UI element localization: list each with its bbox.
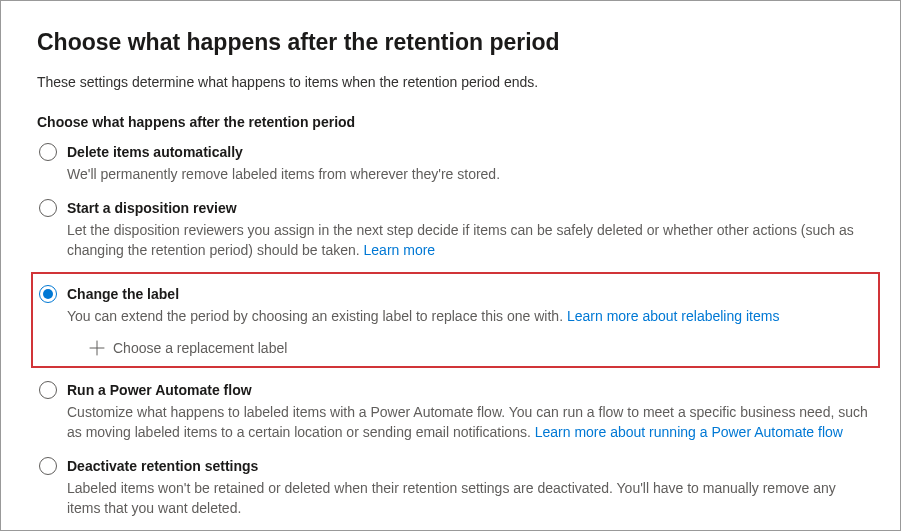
option-title: Run a Power Automate flow <box>67 380 870 400</box>
option-body: Delete items automatically We'll permane… <box>67 142 870 184</box>
option-delete-automatically[interactable]: Delete items automatically We'll permane… <box>37 142 870 184</box>
option-power-automate[interactable]: Run a Power Automate flow Customize what… <box>37 380 870 442</box>
radio-disposition-review[interactable] <box>39 199 57 217</box>
option-desc-text: You can extend the period by choosing an… <box>67 308 567 324</box>
option-desc: Customize what happens to labeled items … <box>67 402 870 442</box>
radio-deactivate[interactable] <box>39 457 57 475</box>
radio-power-automate[interactable] <box>39 381 57 399</box>
learn-more-disposition-link[interactable]: Learn more <box>364 242 436 258</box>
section-label: Choose what happens after the retention … <box>37 114 870 130</box>
option-title: Deactivate retention settings <box>67 456 870 476</box>
option-body: Change the label You can extend the peri… <box>67 284 870 356</box>
option-title: Change the label <box>67 284 870 304</box>
retention-period-panel: Choose what happens after the retention … <box>0 0 901 531</box>
option-desc-text: Let the disposition reviewers you assign… <box>67 222 854 258</box>
option-desc: Let the disposition reviewers you assign… <box>67 220 870 260</box>
choose-replacement-label: Choose a replacement label <box>113 340 287 356</box>
option-title: Start a disposition review <box>67 198 870 218</box>
option-deactivate[interactable]: Deactivate retention settings Labeled it… <box>37 456 870 518</box>
option-disposition-review[interactable]: Start a disposition review Let the dispo… <box>37 198 870 260</box>
option-body: Start a disposition review Let the dispo… <box>67 198 870 260</box>
option-title: Delete items automatically <box>67 142 870 162</box>
radio-change-label[interactable] <box>39 285 57 303</box>
option-desc: Labeled items won't be retained or delet… <box>67 478 870 518</box>
option-change-label[interactable]: Change the label You can extend the peri… <box>31 272 880 368</box>
learn-more-power-automate-link[interactable]: Learn more about running a Power Automat… <box>535 424 843 440</box>
option-desc: You can extend the period by choosing an… <box>67 306 870 326</box>
plus-icon <box>89 340 105 356</box>
option-desc: We'll permanently remove labeled items f… <box>67 164 870 184</box>
radio-delete-automatically[interactable] <box>39 143 57 161</box>
option-body: Deactivate retention settings Labeled it… <box>67 456 870 518</box>
learn-more-relabeling-link[interactable]: Learn more about relabeling items <box>567 308 779 324</box>
page-title: Choose what happens after the retention … <box>37 29 870 56</box>
page-subtitle: These settings determine what happens to… <box>37 74 870 90</box>
option-body: Run a Power Automate flow Customize what… <box>67 380 870 442</box>
choose-replacement-button[interactable]: Choose a replacement label <box>89 340 870 356</box>
